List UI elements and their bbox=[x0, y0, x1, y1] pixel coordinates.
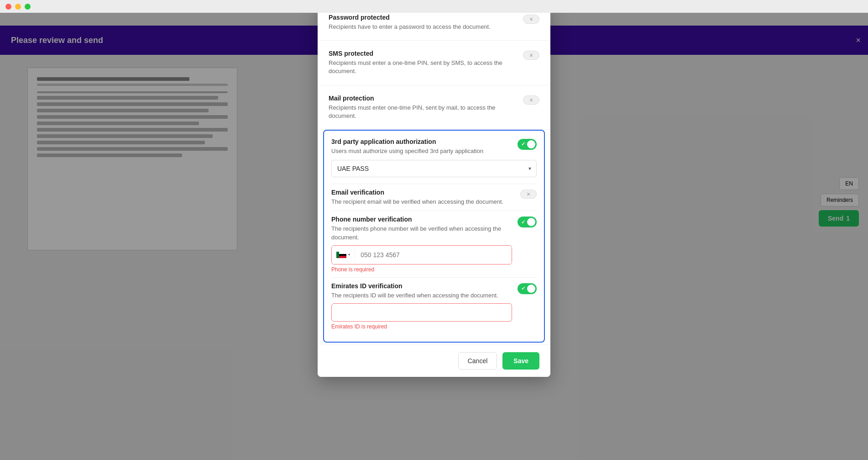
phone-verification-text: Phone number verification The recipients… bbox=[331, 216, 512, 272]
mail-toggle[interactable] bbox=[523, 95, 539, 105]
sms-option-title: SMS protected bbox=[329, 50, 518, 57]
emirates-id-desc: The recipients ID will be verified when … bbox=[331, 291, 512, 300]
sms-toggle[interactable] bbox=[523, 51, 539, 60]
emirates-id-title: Emirates ID verification bbox=[331, 282, 512, 290]
phone-verification-toggle[interactable] bbox=[518, 217, 537, 227]
emirates-id-text: Emirates ID verification The recipients … bbox=[331, 282, 512, 330]
third-party-header: 3rd party application authorization User… bbox=[331, 138, 537, 155]
mail-option-text: Mail protection Recipients must enter on… bbox=[329, 95, 518, 120]
emirates-id-error-text: Emirates ID is required bbox=[331, 323, 512, 330]
mail-option-row: Mail protection Recipients must enter on… bbox=[318, 85, 550, 130]
phone-error-text: Phone is required bbox=[331, 266, 512, 273]
email-verification-row: Email verification The recipient email w… bbox=[331, 184, 537, 211]
email-verification-text: Email verification The recipient email w… bbox=[331, 189, 515, 206]
third-party-text: 3rd party application authorization User… bbox=[331, 138, 518, 155]
email-verification-title: Email verification bbox=[331, 189, 515, 196]
phone-verification-desc: The recipients phone number will be veri… bbox=[331, 225, 512, 241]
password-option-text: Password protected Recipients have to en… bbox=[329, 14, 518, 31]
close-button[interactable] bbox=[5, 4, 11, 10]
emirates-id-row: Emirates ID verification The recipients … bbox=[331, 277, 537, 334]
maximize-button[interactable] bbox=[25, 4, 31, 10]
password-toggle[interactable] bbox=[523, 15, 539, 24]
emirates-id-input-wrap bbox=[331, 303, 512, 322]
phone-verification-row: Phone number verification The recipients… bbox=[331, 211, 537, 277]
cancel-button[interactable]: Cancel bbox=[458, 352, 497, 370]
password-option-desc: Recipients have to enter a password to a… bbox=[329, 23, 518, 31]
third-party-section: 3rd party application authorization User… bbox=[323, 130, 545, 343]
phone-flag: • bbox=[332, 246, 355, 264]
sms-option-desc: Recipients must enter a one-time PIN, se… bbox=[329, 59, 518, 75]
mail-option-title: Mail protection bbox=[329, 95, 518, 102]
phone-input-wrap: • bbox=[331, 245, 512, 264]
email-verification-desc: The recipient email will be verified whe… bbox=[331, 198, 515, 206]
third-party-title: 3rd party application authorization bbox=[331, 138, 518, 145]
phone-dot: • bbox=[348, 252, 350, 258]
third-party-desc: Users must authorize using specified 3rd… bbox=[331, 147, 518, 155]
email-verification-toggle[interactable] bbox=[520, 190, 537, 199]
title-bar bbox=[0, 0, 868, 13]
minimize-button[interactable] bbox=[15, 4, 21, 10]
third-party-toggle[interactable] bbox=[518, 139, 537, 150]
emirates-id-toggle[interactable] bbox=[518, 283, 537, 294]
uae-pass-dropdown-wrap: UAE PASS ▾ bbox=[331, 160, 537, 177]
sms-option-text: SMS protected Recipients must enter a on… bbox=[329, 50, 518, 75]
security-modal: Password protected Recipients have to en… bbox=[318, 5, 550, 377]
phone-input[interactable] bbox=[355, 246, 512, 264]
modal-body: Password protected Recipients have to en… bbox=[318, 5, 550, 377]
password-option-title: Password protected bbox=[329, 14, 518, 21]
save-button[interactable]: Save bbox=[502, 352, 539, 370]
modal-footer: Cancel Save bbox=[318, 344, 550, 377]
uae-pass-dropdown[interactable]: UAE PASS bbox=[331, 160, 537, 177]
emirates-id-input[interactable] bbox=[331, 303, 512, 322]
mail-option-desc: Recipients must enter one-time PIN, sent… bbox=[329, 104, 518, 120]
sms-option-row: SMS protected Recipients must enter a on… bbox=[318, 41, 550, 85]
phone-verification-title: Phone number verification bbox=[331, 216, 512, 223]
uae-flag-icon bbox=[336, 252, 346, 258]
